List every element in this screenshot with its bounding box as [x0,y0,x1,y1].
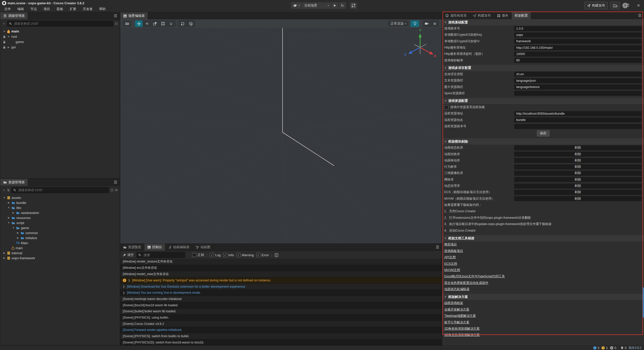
console-message[interactable]: [Scene] [PHYSICS]: using builtin. [120,315,442,321]
tab-scene-editor[interactable]: 场景编辑器 [120,12,148,19]
console-message[interactable]: [Scene] Cocos Creator v3.8.2 [120,321,442,327]
section-resource-config[interactable]: ▼游戏资源配置 [442,98,644,104]
hierarchy-search-box[interactable]: 🔍︎ [7,21,113,27]
crypto-iv-input[interactable]: framework [514,39,641,44]
console-search-input[interactable] [143,253,189,257]
preview-qr-button[interactable] [350,2,357,9]
console-message-info[interactable]: [Scene] Forward render pipeline initiali… [120,327,442,333]
restart-button[interactable]: ↻ [339,2,346,9]
remote-version-input[interactable] [514,124,641,129]
menu-file[interactable]: 文件 [1,6,14,12]
preview-platform-button[interactable]: ▾ [291,2,302,9]
axis-gizmo[interactable]: Y X Z [403,28,437,66]
scene-settings-button[interactable]: ⚙ [431,20,438,27]
menu-panel[interactable]: 面板 [53,6,66,12]
section-solutions[interactable]: ▼框架解决方案 [442,294,644,300]
chevron-open-icon[interactable]: ▼ [7,35,10,38]
coordinate-button[interactable] [187,20,194,27]
remote-bundle-input[interactable]: bundle [514,117,641,122]
hierarchy-filter-icon[interactable]: ☷ [115,22,118,26]
link-mvvm-docs[interactable]: MVVM文档 [442,267,644,273]
asset-node-initialize[interactable]: ▶ initialize [0,235,120,240]
menu-project[interactable]: 项目 [40,6,53,12]
hierarchy-menu-icon[interactable]: ☰ [111,14,120,18]
console-message[interactable]: [Scene] [PHYSICS2D]: switch from box2d-w… [120,339,442,345]
link-fullstack-solution[interactable]: 全栈开发解决方案 [442,307,644,313]
console-message-info[interactable]: ❯[Window] Download the Vue Devtools exte… [120,284,442,290]
console-message[interactable]: [Window] model_view文件夹存在 [120,271,442,277]
move-tool-button[interactable] [135,20,143,27]
console-message[interactable]: [Scene] [PHYSICS]: switch from builtin t… [120,333,442,339]
filter-info-checkbox[interactable]: ✓Info [223,253,234,257]
tab-animation-graph[interactable]: 动画图 [193,244,214,251]
asset-node-seedrandom[interactable]: ▶ seedrandom [0,210,120,215]
tab-animation-editor[interactable]: 动画编辑器 [165,244,193,251]
console-message[interactable]: [Scene] [bullet]:bullet wasm lib loaded. [120,309,442,315]
bell-icon[interactable] [621,346,624,349]
add-node-icon[interactable]: ＋ [2,21,6,26]
filter-error-checkbox[interactable]: ✓Error [256,253,269,257]
remove-ecs-button[interactable]: 剔除 [514,190,641,195]
link-hotupdate-plugin[interactable]: 原生包热更新配置自动生成插件 [442,280,644,286]
close-button[interactable]: ✕ [633,3,644,8]
asset-node-bundle[interactable]: ▶ bundle [0,200,120,205]
rect-tool-button[interactable] [159,20,167,27]
version-label[interactable]: 版本3.8.2 [629,346,641,350]
assets-search-box[interactable]: 🔍︎ [11,187,109,193]
remove-behavior-tree-button[interactable]: 剔除 [514,164,641,169]
hierarchy-node-main[interactable]: ▼ main [0,29,120,34]
assets-filter-icon[interactable]: ☷ [110,188,113,192]
console-message-list[interactable]: [Window] render_texture文件夹存在 [Window] ec… [120,259,442,345]
refresh-icon[interactable]: ⟳ [115,188,118,192]
link-3drpg-solution[interactable]: 3D角色扮演游戏解决方案 [442,332,644,338]
section-game-basic-config[interactable]: ▼游戏基础配置 [442,19,644,25]
lighting-toggle-button[interactable] [411,20,419,27]
hierarchy-node-game[interactable]: game [0,39,120,45]
remove-mvvm-button[interactable]: 剔除 [514,196,641,201]
scene-camera-button[interactable] [423,20,430,27]
remove-effect-button[interactable]: 剔除 [514,152,641,157]
assets-search-input[interactable] [18,188,107,192]
section-language-config[interactable]: ▼游戏多语言配置 [442,65,644,71]
menu-help[interactable]: 帮助 [96,6,109,12]
tab-framework-config[interactable]: 框架配置 [512,12,531,19]
text-path-input[interactable]: language/json [514,78,641,83]
console-message-info[interactable]: ❯[Window] You are running Vue in develop… [120,290,442,296]
asset-node-libs[interactable]: ▼ libs [0,205,120,210]
scene-viewport[interactable]: Y X Z [120,28,442,244]
render-mode-dropdown[interactable]: 正常渲染 ▾ [388,21,409,27]
console-search-box[interactable]: 🔍︎ [136,252,185,258]
warning-count-icon[interactable]: ! [601,346,605,349]
menu-extension[interactable]: 扩展 [66,6,79,12]
maximize-button[interactable]: ❐ [622,3,633,8]
texture-path-input[interactable]: language/texture [514,84,641,90]
link-guide-solution[interactable]: 新手引导解决方案 [442,319,644,326]
console-menu-icon[interactable]: ☰ [433,245,442,249]
remote-url-input[interactable]: http://localhost:8083/assets/bundle [514,111,641,116]
hierarchy-search-input[interactable] [13,22,111,26]
remote-load-checkbox-row[interactable]: 游戏中资源是否远程加载 [442,104,644,110]
chevron-closed-icon[interactable]: ▶ [7,46,10,49]
console-message[interactable]: [Scene] [box2d]:box2d wasm lib loaded. [120,302,442,309]
asset-node-main-scene[interactable]: main [0,245,120,250]
menu-node[interactable]: 节点 [27,6,40,12]
error-count-icon[interactable]: ✕ [610,346,613,349]
game-version-input[interactable]: 1.0.5 [514,26,641,31]
http-timeout-input[interactable]: 10000 [514,52,641,57]
tab-hierarchy[interactable]: 层级管理器 [0,12,28,19]
hierarchy-node-gui[interactable]: ▶ gui [0,45,120,50]
tab-console[interactable]: 控制台 [144,244,165,251]
save-button[interactable]: 保存 [537,130,550,137]
remove-animator-button[interactable]: 剔除 [514,145,641,150]
link-ecs-docs[interactable]: ECS文档 [442,261,644,267]
language-types-input[interactable]: zh,en [514,72,641,77]
link-template-project[interactable]: 游戏模板项目 [442,248,644,254]
hierarchy-node-root[interactable]: ▼ root [0,34,120,39]
expand-icon[interactable]: ❯ [128,279,130,282]
clear-console-button[interactable]: 清空 [123,253,134,257]
console-message[interactable]: [Window] ecs文件夹存在 [120,265,442,271]
section-doc-links[interactable]: ▼框架文档工具链接 [442,235,644,241]
tab-asset-preview[interactable]: 资源预览 [120,244,144,251]
assets-menu-icon[interactable]: ☰ [111,180,120,185]
minimize-button[interactable]: — [611,4,622,8]
